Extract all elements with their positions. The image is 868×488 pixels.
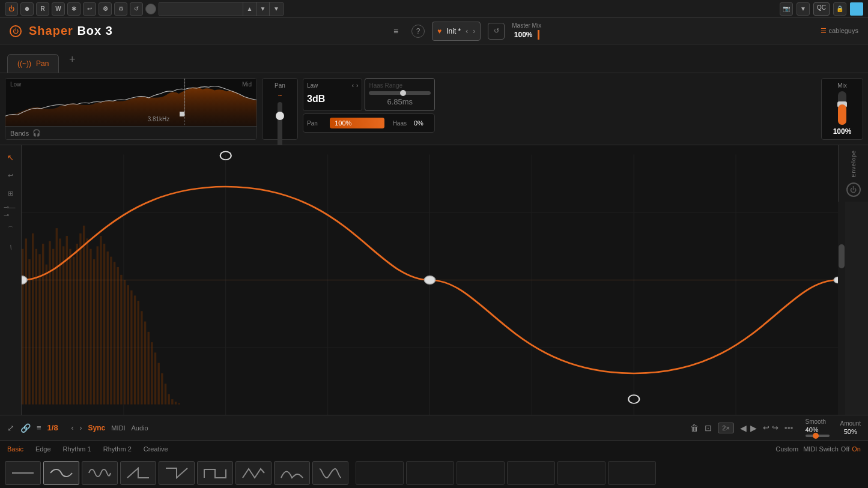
custom-shape-1[interactable] [356,461,404,485]
tab-rhythm2[interactable]: Rhythm 2 [103,445,132,453]
svg-rect-48 [134,295,136,404]
pan-bar[interactable]: 100% [330,118,384,128]
undo-button[interactable]: ↩ [763,423,769,432]
reload-button[interactable]: ↺ [488,23,505,40]
qc-button[interactable]: QC [813,2,830,16]
custom-shape-4[interactable] [507,461,555,485]
select-tool[interactable]: ⊞ [4,186,18,200]
transport-dropdown[interactable]: ▼ [270,2,283,16]
redo-button[interactable]: ↪ [772,423,778,432]
shape-ramp-down[interactable] [159,461,195,485]
mix-fader[interactable] [838,91,846,125]
tab-add-button[interactable]: + [64,51,80,68]
custom-shape-5[interactable] [557,461,605,485]
svg-rect-39 [103,244,105,405]
tab-pan[interactable]: ((~)) Pan [7,54,59,73]
dropdown-button[interactable]: ▼ [797,2,810,16]
pan-row-label: Pan [307,120,325,127]
custom-shape-3[interactable] [457,461,505,485]
tab-rhythm1[interactable]: Rhythm 1 [63,445,91,453]
audio-button[interactable]: Audio [132,424,148,432]
star-button[interactable]: ✱ [67,2,80,16]
circle-button[interactable] [145,4,156,14]
plugin-title-suffix: Box 3 [77,24,112,37]
svg-rect-45 [124,280,126,405]
shape-triangle[interactable] [235,461,272,485]
preset-prev[interactable]: ‹ [466,27,468,35]
transport-field[interactable] [159,2,243,16]
play-button[interactable]: ▶ [750,423,757,433]
shape-saw2[interactable] [312,461,348,485]
gear-button[interactable]: ⚙ [114,2,127,16]
haas-range-bar[interactable] [369,91,431,95]
lock-button[interactable]: 🔒 [833,2,846,16]
plugin-power-button[interactable]: ⏻ [10,25,22,37]
tab-basic[interactable]: Basic [7,445,23,453]
shape-flat[interactable] [5,461,41,485]
more-button[interactable]: ••• [785,423,794,433]
list-button[interactable]: ≡ [37,423,41,432]
time-next[interactable]: › [80,424,82,432]
midi-switch-on[interactable]: On [852,445,861,453]
loop-button[interactable]: ⊡ [705,423,712,433]
preset-next[interactable]: › [473,27,475,35]
shape-sine[interactable] [43,461,79,485]
system-bar-left: ⏻ ⏺ R W ✱ ↩ ⚙ ⚙ ↺ ▲ ▼ ▼ [5,2,284,16]
svg-rect-28 [66,236,68,405]
shape-square[interactable] [197,461,233,485]
power-button[interactable]: ⏻ [5,2,18,16]
back-button[interactable]: ↩ [83,2,96,16]
master-mix-indicator [538,30,539,40]
haas-range-section: Haas Range 6.85ms [365,78,435,111]
smooth-slider[interactable] [806,435,830,437]
law-prev[interactable]: ‹ [352,82,354,89]
transport-up[interactable]: ▲ [243,2,256,16]
preset-name: Init * [446,27,461,35]
svg-rect-33 [83,226,85,405]
tab-creative[interactable]: Creative [144,445,168,453]
shape-ramp-up[interactable] [120,461,156,485]
system-bar-right: 📷 ▼ QC 🔒 [780,2,863,16]
multi-button[interactable]: 2× [718,423,734,433]
mix-value: 100% [833,127,852,136]
midi-switch-off[interactable]: Off [841,445,849,453]
preset-selector[interactable]: ♥ Init * ‹ › [432,22,481,41]
envelope-power-button[interactable]: ⏻ [846,182,861,197]
shape-sine2[interactable] [82,461,118,485]
law-next[interactable]: › [356,82,358,89]
menu-button[interactable]: ≡ [387,23,404,40]
pan-slider[interactable] [278,102,282,150]
svg-rect-17 [28,259,30,405]
transport-down[interactable]: ▼ [256,2,270,16]
delete-button[interactable]: 🗑 [690,423,699,433]
svg-rect-60 [175,402,177,404]
line-tool[interactable]: / [1,238,20,257]
time-sig[interactable]: 1/8 [47,423,65,432]
expand-button[interactable]: ⤢ [7,423,14,433]
w-button[interactable]: W [52,2,65,16]
smooth-handle [813,433,819,439]
cursor-tool[interactable]: ↖ [4,150,18,164]
tab-edge[interactable]: Edge [35,445,51,453]
plugin-button[interactable]: ⚙ [99,2,112,16]
help-button[interactable]: ? [411,25,425,38]
link-button[interactable]: 🔗 [20,423,31,433]
sync-button[interactable]: Sync [88,424,106,432]
svg-rect-53 [151,342,153,405]
refresh-button[interactable]: ↺ [130,2,143,16]
node-link-tool[interactable]: ⊸—⊸ [4,204,18,218]
r-button[interactable]: R [36,2,49,16]
custom-shape-2[interactable] [406,461,454,485]
midi-button[interactable]: MIDI [111,424,125,432]
vert-scroll[interactable] [838,202,845,415]
record-button[interactable]: ⏺ [20,2,34,16]
rewind-button[interactable]: ◀ [740,423,747,433]
smooth-tool[interactable]: ⌒ [4,222,18,236]
time-prev[interactable]: ‹ [71,424,74,432]
shape-saw1[interactable] [274,461,310,485]
vert-scroll-thumb[interactable] [839,244,845,268]
custom-shape-6[interactable] [608,461,656,485]
camera-button[interactable]: 📷 [780,2,793,16]
draw-tool[interactable]: ↩ [4,168,18,182]
preset-tab-right: Custom MIDI Switch Off On [775,445,861,453]
